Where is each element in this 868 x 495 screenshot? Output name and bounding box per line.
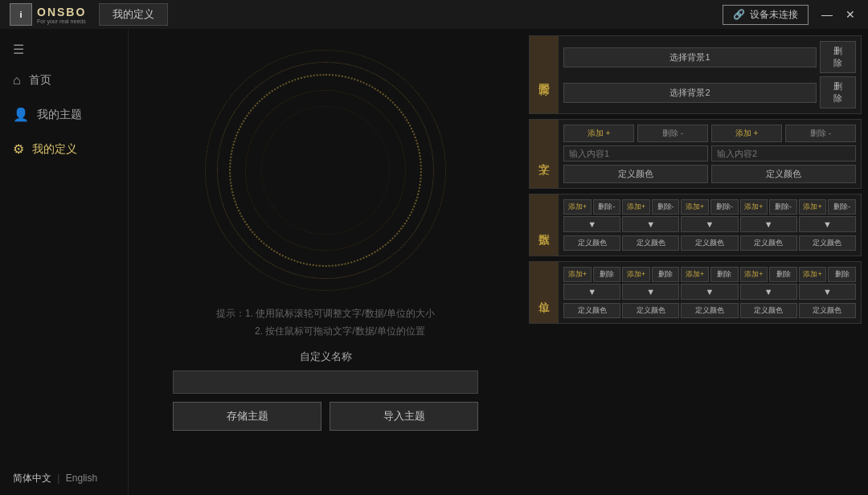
text-del2-button[interactable]: 删除 - [785, 125, 856, 142]
select-bg1-button[interactable]: 选择背景1 [563, 47, 817, 68]
data-dropdown4-button[interactable]: ▼ [740, 216, 797, 232]
data-dropdown1-button[interactable]: ▼ [563, 216, 620, 232]
unit-color1-button[interactable]: 定义颜色 [563, 303, 620, 318]
text-add2-button[interactable]: 添加 + [711, 125, 782, 142]
sidebar-theme-label: 我的主题 [37, 108, 82, 122]
background-section: 背景图 选择背景1 删除 选择背景2 删除 [529, 35, 862, 114]
data-col-3: 添加+ 删除- ▼ [681, 199, 738, 232]
link-icon: 🔗 [733, 9, 745, 20]
data-section-label: 数据 [530, 194, 559, 256]
unit-add5-button[interactable]: 添加+ [799, 267, 827, 282]
content: 提示：1. 使用鼠标滚轮可调整文字/数据/单位的大小 2. 按住鼠标可拖动文字/… [129, 29, 522, 495]
unit-dropdown3-button[interactable]: ▼ [681, 284, 738, 300]
text-del1-button[interactable]: 删除 - [637, 125, 708, 142]
sidebar-item-home[interactable]: ⌂ 首页 [0, 63, 128, 97]
minimize-button[interactable]: — [818, 8, 836, 21]
unit-section-content: 添加+ 删除 ▼ 添加+ 删除 ▼ [559, 262, 861, 323]
action-buttons: 存储主题 导入主题 [173, 402, 478, 431]
data-col-1: 添加+ 删除- ▼ [563, 199, 620, 232]
delete-bg2-button[interactable]: 删除 [820, 76, 856, 108]
unit-add3-button[interactable]: 添加+ [681, 267, 709, 282]
sidebar-item-my-theme[interactable]: 👤 我的主题 [0, 97, 128, 132]
unit-section-label: 单位 [530, 262, 559, 323]
logo-text: ONSBO [37, 6, 86, 18]
data-color1-button[interactable]: 定义颜色 [563, 235, 620, 251]
unit-del3-button[interactable]: 删除 [710, 267, 739, 282]
titlebar-left: i ONSBO For your real needs 我的定义 [10, 3, 168, 26]
data-del3-button[interactable]: 删除- [710, 199, 739, 215]
unit-add4-button[interactable]: 添加+ [740, 267, 768, 282]
window-controls: — ✕ [818, 8, 858, 21]
logo-area: i ONSBO For your real needs [10, 3, 86, 26]
text-color1-button[interactable]: 定义颜色 [563, 165, 708, 183]
text-colors-row: 定义颜色 定义颜色 [563, 165, 856, 183]
unit-col2-buttons: 添加+ 删除 [622, 267, 679, 282]
text-color2-button[interactable]: 定义颜色 [711, 165, 856, 183]
text-inputs-row [563, 145, 856, 162]
unit-section: 单位 添加+ 删除 ▼ 添加+ 删除 [529, 261, 862, 324]
data-col-2: 添加+ 删除- ▼ [622, 199, 679, 232]
unit-col1-buttons: 添加+ 删除 [563, 267, 620, 282]
data-add1-button[interactable]: 添加+ [563, 199, 592, 215]
sidebar: ☰ ⌂ 首页 👤 我的主题 ⚙ 我的定义 简体中文 | English [0, 29, 129, 495]
unit-dropdown1-button[interactable]: ▼ [563, 284, 620, 300]
unit-dropdown4-button[interactable]: ▼ [740, 284, 797, 300]
data-add5-button[interactable]: 添加+ [799, 199, 827, 215]
data-col1-buttons: 添加+ 删除- [563, 199, 620, 215]
text-add1-button[interactable]: 添加 + [563, 125, 634, 142]
lang-en-button[interactable]: English [66, 472, 97, 484]
unit-add1-button[interactable]: 添加+ [563, 267, 592, 282]
hint-text: 提示：1. 使用鼠标滚轮可调整文字/数据/单位的大小 2. 按住鼠标可拖动文字/… [216, 305, 435, 340]
save-theme-button[interactable]: 存储主题 [173, 402, 321, 431]
data-col5-buttons: 添加+ 删除- [799, 199, 856, 215]
data-color5-button[interactable]: 定义颜色 [799, 235, 856, 251]
unit-color5-button[interactable]: 定义颜色 [799, 303, 856, 318]
unit-dropdown2-button[interactable]: ▼ [622, 284, 679, 300]
unit-col-5: 添加+ 删除 ▼ [799, 267, 856, 300]
data-add4-button[interactable]: 添加+ [740, 199, 768, 215]
sidebar-define-label: 我的定义 [32, 142, 77, 157]
unit-color2-button[interactable]: 定义颜色 [622, 303, 679, 318]
unit-dropdown5-button[interactable]: ▼ [799, 284, 856, 300]
text-input2[interactable] [711, 145, 856, 162]
unit-color4-button[interactable]: 定义颜色 [740, 303, 797, 318]
data-del1-button[interactable]: 删除- [593, 199, 621, 215]
unit-color3-button[interactable]: 定义颜色 [681, 303, 738, 318]
custom-name-input[interactable] [173, 370, 478, 394]
data-color3-button[interactable]: 定义颜色 [681, 235, 738, 251]
sidebar-item-my-define[interactable]: ⚙ 我的定义 [0, 132, 128, 166]
data-add2-button[interactable]: 添加+ [622, 199, 650, 215]
data-del2-button[interactable]: 删除- [652, 199, 680, 215]
home-icon: ⌂ [13, 73, 21, 88]
unit-col3-buttons: 添加+ 删除 [681, 267, 738, 282]
main-layout: ☰ ⌂ 首页 👤 我的主题 ⚙ 我的定义 简体中文 | English [0, 29, 868, 495]
unit-add2-button[interactable]: 添加+ [622, 267, 650, 282]
data-dropdown3-button[interactable]: ▼ [681, 216, 738, 232]
select-bg2-button[interactable]: 选择背景2 [563, 83, 817, 103]
data-color2-button[interactable]: 定义颜色 [622, 235, 679, 251]
data-del4-button[interactable]: 删除- [769, 199, 797, 215]
close-button[interactable]: ✕ [842, 8, 858, 21]
data-del5-button[interactable]: 删除- [828, 199, 856, 215]
data-dropdown5-button[interactable]: ▼ [799, 216, 856, 232]
lang-divider: | [57, 472, 59, 484]
data-bottom-row: 定义颜色 定义颜色 定义颜色 定义颜色 定义颜色 [563, 235, 856, 251]
unit-del2-button[interactable]: 删除 [652, 267, 680, 282]
sidebar-bottom: 简体中文 | English [0, 462, 128, 495]
data-add3-button[interactable]: 添加+ [681, 199, 709, 215]
delete-bg1-button[interactable]: 删除 [820, 41, 856, 73]
lang-zh-button[interactable]: 简体中文 [13, 472, 51, 484]
unit-col-4: 添加+ 删除 ▼ [740, 267, 797, 300]
sidebar-menu-icon[interactable]: ☰ [0, 35, 128, 63]
ring5 [261, 106, 390, 235]
data-dropdown2-button[interactable]: ▼ [622, 216, 679, 232]
unit-del5-button[interactable]: 删除 [828, 267, 856, 282]
import-theme-button[interactable]: 导入主题 [330, 402, 478, 431]
unit-del4-button[interactable]: 删除 [769, 267, 797, 282]
unit-top-row: 添加+ 删除 ▼ 添加+ 删除 ▼ [563, 267, 856, 300]
logo-wrapper: ONSBO For your real needs [37, 6, 86, 24]
unit-del1-button[interactable]: 删除 [593, 267, 621, 282]
text-input1[interactable] [563, 145, 708, 162]
data-color4-button[interactable]: 定义颜色 [740, 235, 797, 251]
titlebar: i ONSBO For your real needs 我的定义 🔗 设备未连接… [0, 0, 868, 29]
